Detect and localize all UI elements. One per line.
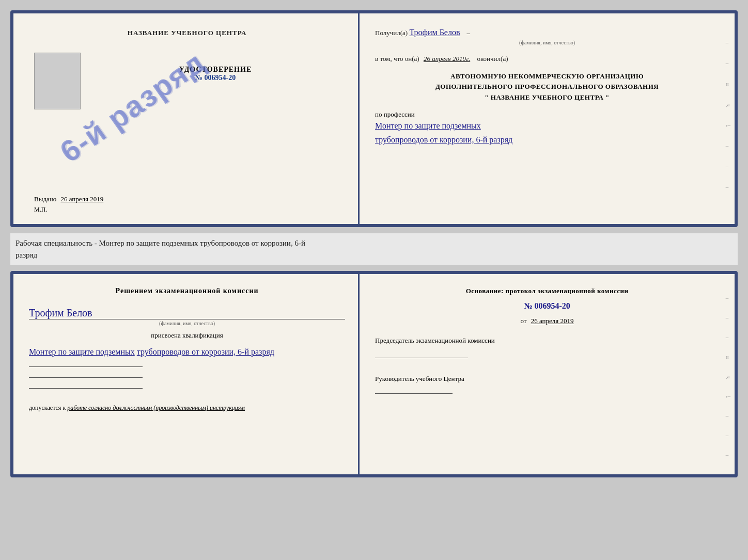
vydano-date: 26 апреля 2019 — [61, 195, 104, 203]
org-line1: АВТОНОМНУЮ НЕКОММЕРЧЕСКУЮ ОРГАНИЗАЦИЮ — [375, 71, 719, 82]
profession-line2: трубопроводов от коррозии, 6-й разряд — [375, 133, 719, 147]
okonchil-label: окончил(а) — [477, 55, 508, 62]
osnov-label: Основание: протокол экзаменационной коми… — [375, 287, 719, 295]
work-text: работе согласно должностным (производств… — [67, 404, 245, 411]
org-line2: ДОПОЛНИТЕЛЬНОГО ПРОФЕССИОНАЛЬНОГО ОБРАЗО… — [375, 82, 719, 92]
qual-block: Монтер по защите подземных трубопроводов… — [29, 345, 345, 359]
admit-text: допускается к работе согласно должностны… — [29, 404, 345, 412]
cert-bottom-right: Основание: протокол экзаменационной коми… — [360, 274, 735, 474]
rukovod-label: Руководитель учебного Центра — [375, 375, 719, 383]
ot-date: 26 апреля 2019 — [531, 317, 574, 325]
recipient-name: Трофим Белов — [409, 28, 460, 37]
protocol-date: от 26 апреля 2019 — [375, 317, 719, 325]
fio-caption: (фамилия, имя, отчество) — [375, 39, 719, 46]
cert-bottom-left: Решением экзаменационной комиссии Трофим… — [13, 274, 360, 474]
cert-top-left: НАЗВАНИЕ УЧЕБНОГО ЦЕНТРА УДОСТОВЕРЕНИЕ №… — [13, 13, 360, 224]
middle-text-block: Рабочая специальность - Монтер по защите… — [10, 233, 738, 265]
middle-line1: Рабочая специальность - Монтер по защите… — [15, 237, 733, 249]
rukovod-sig-line — [375, 393, 453, 394]
cert-top-right: Получил(a) Трофим Белов – (фамилия, имя,… — [360, 13, 735, 224]
decision-title: Решением экзаменационной комиссии — [29, 287, 345, 295]
cert-number: № 006954-20 — [195, 74, 236, 82]
page-wrapper: НАЗВАНИЕ УЧЕБНОГО ЦЕНТРА УДОСТОВЕРЕНИЕ №… — [10, 10, 738, 477]
right-deco-lines-top: – – и ,а ‹– – – – — [726, 39, 730, 190]
cert-photo-placeholder — [34, 53, 81, 109]
sig-line-2 — [29, 377, 143, 378]
vtom-label: в том, что он(а) — [375, 55, 419, 62]
predsedatel-label: Председатель экзаменационной комиссии — [375, 337, 719, 345]
cert-mp: М.П. — [34, 206, 103, 214]
ot-label: от — [521, 317, 527, 325]
po-professii: по профессии — [375, 110, 719, 119]
dopuskaetsya-label: допускается к — [29, 404, 66, 411]
vtom-row: в том, что он(а) 26 апреля 2019г. окончи… — [375, 54, 719, 64]
predsedatel-block: Председатель экзаменационной комиссии — [375, 337, 719, 361]
predsedatel-sig-line — [375, 358, 468, 358]
right-deco-lines-bottom: – – – и ,а ‹– – – – – — [726, 295, 730, 477]
cert-top-title: НАЗВАНИЕ УЧЕБНОГО ЦЕНТРА — [128, 29, 247, 37]
cert-udostoverenie-label: УДОСТОВЕРЕНИЕ — [179, 66, 252, 74]
certificate-bottom: Решением экзаменационной комиссии Трофим… — [10, 271, 738, 477]
name-block-bottom: Трофим Белов (фамилия, имя, отчество) — [29, 305, 345, 326]
qual-line2: трубопроводов от коррозии, 6-й разряд — [137, 347, 274, 356]
sig-line-3 — [29, 388, 143, 389]
bottom-recipient-name: Трофим Белов — [29, 307, 345, 319]
prisvoena-text: присвоена квалификация — [29, 331, 345, 340]
certificate-top: НАЗВАНИЕ УЧЕБНОГО ЦЕНТРА УДОСТОВЕРЕНИЕ №… — [10, 10, 738, 227]
protocol-number: № 006954-20 — [375, 301, 719, 311]
rukovod-block: Руководитель учебного Центра — [375, 375, 719, 396]
bottom-fio-caption: (фамилия, имя, отчество) — [29, 321, 345, 326]
sig-line-1 — [29, 366, 143, 367]
qual-line1: Монтер по защите подземных — [29, 347, 135, 356]
org-block: АВТОНОМНУЮ НЕКОММЕРЧЕСКУЮ ОРГАНИЗАЦИЮ ДО… — [375, 71, 719, 103]
org-quote: " НАЗВАНИЕ УЧЕБНОГО ЦЕНТРА " — [375, 92, 719, 103]
profession-block: по профессии Монтер по защите подземных … — [375, 110, 719, 147]
cert-vydano: Выдано 26 апреля 2019 — [34, 190, 103, 203]
vydano-label: Выдано — [34, 195, 56, 203]
poluchil-label: Получил(a) — [375, 29, 408, 37]
cert-date: 26 апреля 2019г. — [424, 55, 470, 62]
profession-line1: Монтер по защите подземных — [375, 119, 719, 133]
poluchil-row: Получил(a) Трофим Белов – (фамилия, имя,… — [375, 26, 719, 46]
middle-line2: разряд — [15, 249, 733, 261]
